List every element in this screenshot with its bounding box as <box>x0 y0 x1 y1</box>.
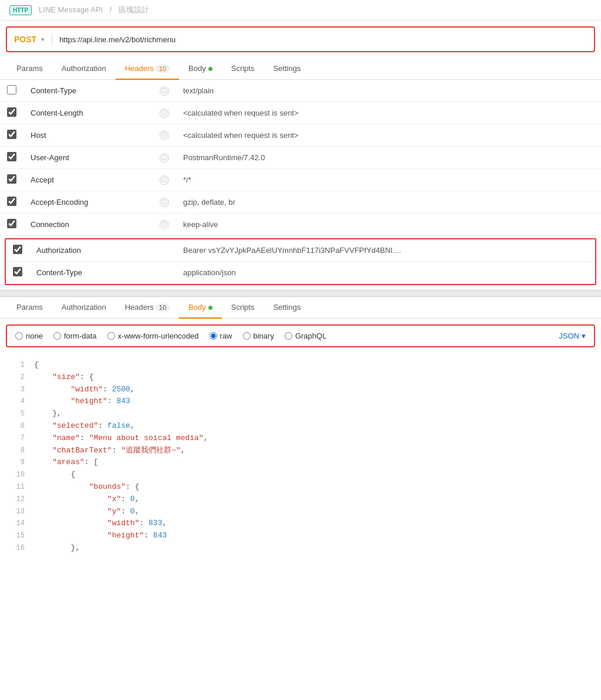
option-raw[interactable]: raw <box>210 332 232 340</box>
code-content-12: "x": 0, <box>34 493 594 506</box>
info-icon-6[interactable]: ⓘ <box>160 220 169 229</box>
option-graphql-label: GraphQL <box>295 332 326 340</box>
code-line-16: 16 }, <box>0 542 601 554</box>
header-checkbox-ct[interactable] <box>13 267 22 276</box>
line-num-16: 16 <box>7 542 25 554</box>
option-urlencoded-label: x-www-form-urlencoded <box>118 332 199 340</box>
header-checkbox-3[interactable] <box>7 152 16 161</box>
line-num-8: 8 <box>7 445 25 456</box>
header-checkbox-auth[interactable] <box>13 245 22 254</box>
option-binary[interactable]: binary <box>243 332 274 340</box>
info-icon-0[interactable]: ⓘ <box>160 86 169 96</box>
header-key-3: User-Agent <box>23 147 153 169</box>
breadcrumb-page: 區塊設計 <box>119 5 149 14</box>
http-badge: HTTP <box>9 5 32 15</box>
top-bar: HTTP LINE Message API / 區塊設計 <box>0 0 601 21</box>
header-key-0: Content-Type <box>23 80 153 102</box>
code-line-13: 13 "y": 0, <box>0 506 601 518</box>
tab2-params[interactable]: Params <box>7 297 52 319</box>
body-options: none form-data x-www-form-urlencoded raw… <box>6 324 595 347</box>
line-num-2: 2 <box>7 371 25 383</box>
option-graphql[interactable]: GraphQL <box>285 332 326 340</box>
breadcrumb-sep: / <box>110 5 112 14</box>
method-label[interactable]: POST <box>14 35 36 44</box>
tab2-body[interactable]: Body <box>179 297 222 319</box>
tab-headers[interactable]: Headers10 <box>116 58 179 80</box>
line-num-15: 15 <box>7 530 25 542</box>
headers-badge: 10 <box>156 65 170 73</box>
header-value-5: gzip, deflate, br <box>176 191 601 214</box>
code-content-6: "selected": false, <box>34 420 594 432</box>
code-content-7: "name": "Menu about soical media", <box>34 432 594 445</box>
breadcrumb-api: LINE Message API <box>39 5 103 14</box>
header-checkbox-6[interactable] <box>7 219 16 228</box>
tab-body[interactable]: Body <box>179 58 222 80</box>
info-icon-5[interactable]: ⓘ <box>160 198 169 207</box>
header-row-host: Host ⓘ <calculated when request is sent> <box>0 124 601 147</box>
code-line-4: 4 "height": 843 <box>0 395 601 408</box>
info-icon-1[interactable]: ⓘ <box>160 109 169 118</box>
code-line-5: 5 }, <box>0 408 601 420</box>
radio-form-data[interactable] <box>53 332 61 340</box>
header-row-connection: Connection ⓘ keep-alive <box>0 214 601 236</box>
header-checkbox-5[interactable] <box>7 197 16 206</box>
header-value-auth: Bearer vsYZvYJpkPaAEelUYmnhbF117i3NPaFVV… <box>176 239 595 262</box>
radio-binary[interactable] <box>243 332 251 340</box>
option-raw-label: raw <box>220 332 232 340</box>
method-chevron-icon[interactable]: ▾ <box>41 36 45 43</box>
tab-params[interactable]: Params <box>7 58 52 80</box>
code-line-10: 10 { <box>0 469 601 481</box>
json-dropdown[interactable]: JSON ▾ <box>559 332 586 340</box>
radio-urlencoded[interactable] <box>107 332 115 340</box>
header-checkbox-2[interactable] <box>7 130 16 139</box>
tab-authorization[interactable]: Authorization <box>52 58 116 80</box>
tab2-scripts[interactable]: Scripts <box>222 297 264 319</box>
radio-raw[interactable] <box>210 332 217 340</box>
code-line-7: 7 "name": "Menu about soical media", <box>0 432 601 445</box>
tab-settings[interactable]: Settings <box>264 58 310 80</box>
code-editor: 1 { 2 "size": { 3 "width": 2500, 4 "heig… <box>0 353 601 560</box>
radio-graphql[interactable] <box>285 332 292 340</box>
header-key-5: Accept-Encoding <box>23 191 153 214</box>
line-num-5: 5 <box>7 408 25 420</box>
option-form-data-label: form-data <box>64 332 97 340</box>
option-none[interactable]: none <box>15 332 43 340</box>
info-icon-3[interactable]: ⓘ <box>160 153 169 163</box>
tab-scripts[interactable]: Scripts <box>222 58 264 80</box>
header-row-content-type-json: Content-Type application/json <box>6 262 595 284</box>
line-num-4: 4 <box>7 395 25 407</box>
header-checkbox-0[interactable] <box>7 85 16 94</box>
tab2-settings[interactable]: Settings <box>264 297 310 319</box>
code-line-2: 2 "size": { <box>0 371 601 384</box>
request-tabs-2: Params Authorization Headers10 Body Scri… <box>0 297 601 319</box>
header-value-2: <calculated when request is sent> <box>176 124 601 147</box>
radio-none[interactable] <box>15 332 23 340</box>
header-checkbox-1[interactable] <box>7 107 16 117</box>
url-divider <box>52 33 52 45</box>
code-content-1: { <box>34 359 594 371</box>
header-key-auth: Authorization <box>29 239 158 262</box>
header-key-4: Accept <box>23 169 153 191</box>
code-content-13: "y": 0, <box>34 506 594 518</box>
header-key-ct: Content-Type <box>29 262 158 284</box>
option-form-data[interactable]: form-data <box>53 332 97 340</box>
info-icon-2[interactable]: ⓘ <box>160 131 169 140</box>
line-num-14: 14 <box>7 518 25 529</box>
header-value-6: keep-alive <box>176 214 601 236</box>
highlighted-headers-table: Authorization Bearer vsYZvYJpkPaAEelUYmn… <box>6 239 595 284</box>
code-content-11: "bounds": { <box>34 481 594 493</box>
tab2-headers[interactable]: Headers10 <box>116 297 179 319</box>
info-icon-4[interactable]: ⓘ <box>160 175 169 185</box>
url-input[interactable] <box>59 35 587 44</box>
code-line-15: 15 "height": 843 <box>0 530 601 542</box>
option-urlencoded[interactable]: x-www-form-urlencoded <box>107 332 199 340</box>
code-line-6: 6 "selected": false, <box>0 420 601 432</box>
header-checkbox-4[interactable] <box>7 174 16 184</box>
code-content-14: "width": 833, <box>34 518 594 530</box>
header-row-accept-encoding: Accept-Encoding ⓘ gzip, deflate, br <box>0 191 601 214</box>
code-line-8: 8 "chatBarText": "追蹤我們社群~", <box>0 445 601 457</box>
header-row-user-agent: User-Agent ⓘ PostmanRuntime/7.42.0 <box>0 147 601 169</box>
header-key-1: Content-Length <box>23 102 153 124</box>
tab2-authorization[interactable]: Authorization <box>52 297 116 319</box>
url-bar: POST ▾ <box>6 26 595 52</box>
